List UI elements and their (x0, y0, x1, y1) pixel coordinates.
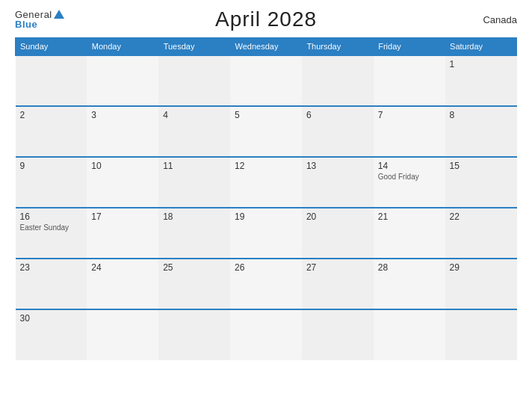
calendar-day-cell: 5 (230, 106, 302, 157)
logo-blue-text: Blue (15, 19, 64, 29)
logo-general-text: General (15, 10, 64, 20)
day-number: 16 (20, 211, 83, 222)
calendar-title: April 2028 (215, 7, 317, 31)
day-number: 7 (378, 110, 441, 120)
calendar-week-row: 30 (16, 309, 517, 360)
day-number: 29 (450, 262, 513, 273)
day-number: 9 (20, 161, 83, 171)
calendar-day-cell: 12 (230, 157, 302, 208)
day-of-week-header: Tuesday (158, 38, 230, 56)
day-number: 8 (450, 110, 513, 120)
calendar-day-cell: 4 (158, 106, 230, 157)
calendar-day-cell (158, 55, 230, 106)
calendar-day-cell: 25 (158, 259, 230, 309)
day-number: 5 (235, 110, 297, 120)
logo: General Blue (15, 10, 64, 30)
calendar-day-cell: 6 (302, 106, 374, 157)
day-number: 27 (306, 262, 369, 273)
calendar-day-cell: 14Good Friday (374, 157, 445, 208)
calendar-week-row: 2345678 (16, 106, 517, 157)
day-of-week-header: Saturday (445, 38, 517, 56)
calendar-day-cell (445, 309, 517, 360)
calendar-body: 1234567891011121314Good Friday1516Easter… (16, 55, 517, 360)
day-number: 11 (163, 161, 226, 171)
calendar-week-row: 23242526272829 (16, 259, 517, 309)
calendar-day-cell: 22 (445, 208, 517, 259)
calendar-day-cell: 1 (445, 55, 517, 106)
day-number: 20 (306, 211, 369, 222)
calendar-day-cell: 27 (302, 259, 374, 309)
day-number: 13 (306, 161, 369, 171)
day-number: 4 (163, 110, 226, 120)
calendar-day-cell: 30 (16, 309, 87, 360)
day-number: 3 (91, 110, 154, 120)
day-number: 17 (91, 211, 154, 222)
calendar-day-cell (158, 309, 230, 360)
holiday-label: Good Friday (378, 173, 441, 181)
day-number: 25 (163, 262, 226, 273)
day-number: 6 (306, 110, 369, 120)
calendar-week-row: 91011121314Good Friday15 (16, 157, 517, 208)
day-number: 1 (450, 59, 513, 69)
calendar-day-cell: 13 (302, 157, 374, 208)
day-number: 23 (20, 262, 83, 273)
day-number: 19 (235, 211, 297, 222)
calendar-header: General Blue April 2028 Canada (15, 7, 517, 31)
day-number: 2 (20, 110, 83, 120)
calendar-day-cell (87, 309, 158, 360)
country-label: Canada (483, 14, 517, 25)
calendar-day-cell (374, 309, 445, 360)
calendar-day-cell (302, 309, 374, 360)
holiday-label: Easter Sunday (20, 223, 83, 232)
day-of-week-header: Thursday (302, 38, 374, 56)
calendar-day-cell: 24 (87, 259, 158, 309)
day-number: 14 (378, 161, 441, 171)
day-number: 21 (378, 211, 441, 222)
calendar-day-cell (87, 55, 158, 106)
day-of-week-header: Friday (374, 38, 445, 56)
logo-triangle-icon (54, 10, 64, 19)
day-number: 22 (450, 211, 513, 222)
calendar-day-cell (230, 55, 302, 106)
day-number: 18 (163, 211, 226, 222)
calendar-day-cell: 15 (445, 157, 517, 208)
calendar-day-cell: 26 (230, 259, 302, 309)
calendar-header-row: SundayMondayTuesdayWednesdayThursdayFrid… (16, 38, 517, 56)
calendar-day-cell: 17 (87, 208, 158, 259)
calendar-day-cell: 29 (445, 259, 517, 309)
day-of-week-header: Monday (87, 38, 158, 56)
calendar-day-cell: 28 (374, 259, 445, 309)
calendar-day-cell: 2 (16, 106, 87, 157)
calendar-day-cell (302, 55, 374, 106)
day-of-week-header: Wednesday (230, 38, 302, 56)
calendar-day-cell: 7 (374, 106, 445, 157)
calendar-table: SundayMondayTuesdayWednesdayThursdayFrid… (15, 37, 517, 360)
day-number: 26 (235, 262, 297, 273)
calendar-day-cell: 19 (230, 208, 302, 259)
calendar-day-cell: 21 (374, 208, 445, 259)
calendar-day-cell (16, 55, 87, 106)
calendar-day-cell (230, 309, 302, 360)
day-number: 30 (20, 313, 83, 324)
day-number: 12 (235, 161, 297, 171)
calendar-day-cell: 8 (445, 106, 517, 157)
calendar-day-cell: 23 (16, 259, 87, 309)
day-number: 15 (450, 161, 513, 171)
day-number: 28 (378, 262, 441, 273)
calendar-day-cell: 11 (158, 157, 230, 208)
calendar-day-cell: 20 (302, 208, 374, 259)
calendar-day-cell: 3 (87, 106, 158, 157)
day-of-week-header: Sunday (16, 38, 87, 56)
calendar-day-cell (374, 55, 445, 106)
day-number: 10 (91, 161, 154, 171)
calendar-day-cell: 9 (16, 157, 87, 208)
calendar-day-cell: 10 (87, 157, 158, 208)
calendar-week-row: 16Easter Sunday171819202122 (16, 208, 517, 259)
calendar-day-cell: 18 (158, 208, 230, 259)
day-number: 24 (91, 262, 154, 273)
calendar-day-cell: 16Easter Sunday (16, 208, 87, 259)
calendar-week-row: 1 (16, 55, 517, 106)
